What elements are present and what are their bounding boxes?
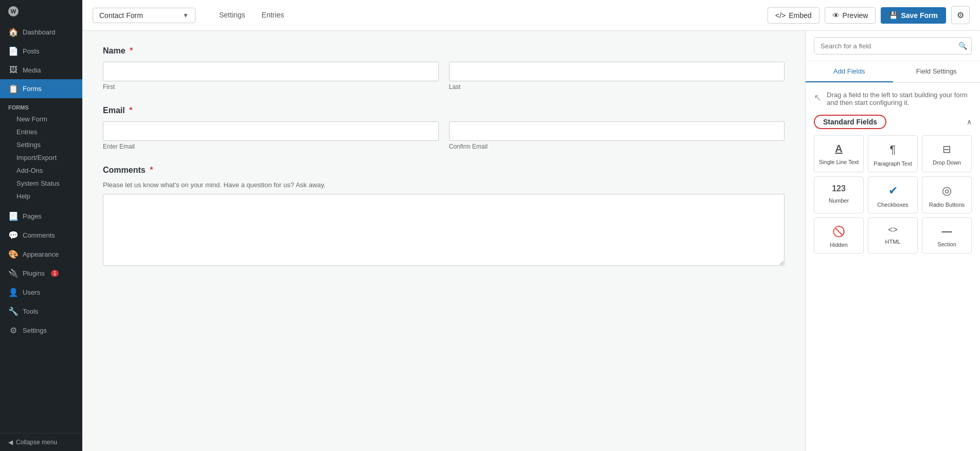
- plugins-badge: 1: [51, 270, 59, 277]
- users-icon: 👤: [8, 287, 19, 297]
- sidebar-item-dashboard[interactable]: 🏠 Dashboard: [0, 23, 82, 42]
- tab-settings[interactable]: Settings: [211, 7, 254, 24]
- sidebar-item-comments[interactable]: 💬 Comments: [0, 226, 82, 245]
- number-icon: 123: [832, 184, 846, 193]
- settings-icon: ⚙: [8, 326, 19, 335]
- posts-icon: 📄: [8, 46, 19, 56]
- drag-hint-text: Drag a field to the left to start buildi…: [827, 91, 972, 106]
- sidebar-item-label: Media: [23, 66, 41, 74]
- forms-section-label: Forms: [0, 98, 82, 113]
- topbar: Contact Form ▼ Settings Entries </> Embe…: [82, 0, 980, 31]
- single-line-text-label: Single Line Text: [819, 159, 859, 165]
- appearance-icon: 🎨: [8, 249, 19, 259]
- html-label: HTML: [885, 239, 901, 245]
- field-tile-radio-buttons[interactable]: ◎ Radio Buttons: [922, 176, 972, 213]
- section-label: Section: [937, 241, 956, 247]
- sidebar-item-posts[interactable]: 📄 Posts: [0, 42, 82, 61]
- field-tile-single-line-text[interactable]: A Single Line Text: [814, 135, 864, 172]
- gear-button[interactable]: ⚙: [951, 6, 970, 24]
- radio-buttons-icon: ◎: [942, 184, 952, 197]
- name-field-row: First Last: [103, 62, 785, 91]
- name-first-col: First: [103, 62, 439, 91]
- form-canvas: Name * First Last Email: [82, 31, 805, 451]
- tab-field-settings[interactable]: Field Settings: [893, 61, 981, 82]
- chevron-down-icon: ▼: [183, 12, 189, 19]
- sidebar-sub-add-ons[interactable]: Add-Ons: [0, 164, 82, 177]
- field-tile-paragraph-text[interactable]: ¶ Paragraph Text: [868, 135, 918, 172]
- tools-icon: 🔧: [8, 306, 19, 316]
- wp-logo-icon: W: [8, 6, 19, 16]
- comments-field-label: Comments *: [103, 166, 785, 175]
- field-tile-hidden[interactable]: 🚫 Hidden: [814, 218, 864, 254]
- form-selector-dropdown[interactable]: Contact Form ▼: [93, 8, 195, 23]
- name-last-col: Last: [449, 62, 785, 91]
- field-tile-drop-down[interactable]: ⊟ Drop Down: [922, 135, 972, 172]
- standard-fields-header: Standard Fields ∧: [814, 115, 972, 129]
- drop-down-label: Drop Down: [933, 159, 961, 166]
- sidebar-item-label: Dashboard: [23, 28, 56, 36]
- sidebar-item-pages[interactable]: 📃 Pages: [0, 207, 82, 226]
- name-required-indicator: *: [130, 46, 133, 55]
- drag-hint: ↖ Drag a field to the left to start buil…: [814, 91, 972, 106]
- name-first-input[interactable]: [103, 62, 439, 81]
- standard-fields-label: Standard Fields: [814, 115, 886, 129]
- comments-textarea[interactable]: [103, 194, 785, 266]
- wp-logo[interactable]: W: [0, 0, 82, 23]
- collapse-arrow-icon[interactable]: ∧: [967, 118, 972, 126]
- pages-icon: 📃: [8, 211, 19, 221]
- collapse-menu[interactable]: ◀ Collapse menu: [0, 433, 82, 451]
- sidebar-item-appearance[interactable]: 🎨 Appearance: [0, 245, 82, 264]
- email-confirm-input[interactable]: [449, 121, 785, 141]
- email-enter-input[interactable]: [103, 121, 439, 141]
- field-tile-number[interactable]: 123 Number: [814, 176, 864, 213]
- sidebar-item-settings-bottom[interactable]: ⚙ Settings: [0, 321, 82, 340]
- sidebar-item-tools[interactable]: 🔧 Tools: [0, 302, 82, 321]
- comments-description: Please let us know what's on your mind. …: [103, 181, 785, 189]
- sidebar-sub-import-export[interactable]: Import/Export: [0, 151, 82, 164]
- checkboxes-icon: ✔: [888, 184, 898, 197]
- sidebar-item-users[interactable]: 👤 Users: [0, 283, 82, 302]
- hidden-icon: 🚫: [832, 225, 845, 238]
- sidebar-item-plugins[interactable]: 🔌 Plugins 1: [0, 264, 82, 283]
- sidebar-sub-entries[interactable]: Entries: [0, 125, 82, 138]
- tab-add-fields[interactable]: Add Fields: [806, 61, 893, 82]
- comments-required-indicator: *: [150, 166, 153, 174]
- sidebar-sub-new-form[interactable]: New Form: [0, 113, 82, 125]
- search-icon: 🔍: [954, 38, 971, 54]
- sidebar-item-label: Pages: [23, 212, 42, 220]
- media-icon: 🖼: [8, 65, 19, 75]
- tab-entries[interactable]: Entries: [254, 7, 293, 24]
- email-field-group: Email * Enter Email Confirm Email: [103, 106, 785, 150]
- sidebar-sub-system-status[interactable]: System Status: [0, 177, 82, 190]
- name-field-label: Name *: [103, 46, 785, 56]
- forms-icon: 📋: [8, 84, 19, 94]
- sidebar-sub-help[interactable]: Help: [0, 190, 82, 203]
- preview-button[interactable]: 👁 Preview: [825, 7, 876, 24]
- search-field-input[interactable]: [814, 38, 954, 54]
- embed-button[interactable]: </> Embed: [768, 7, 819, 24]
- name-first-sublabel: First: [103, 83, 439, 91]
- fields-grid: A Single Line Text ¶ Paragraph Text ⊟ Dr…: [814, 135, 972, 254]
- search-field-bar: 🔍: [806, 31, 980, 61]
- sidebar-item-label: Posts: [23, 47, 40, 55]
- right-panel: 🔍 Add Fields Field Settings ↖ Drag a fie…: [805, 31, 980, 451]
- sidebar-item-media[interactable]: 🖼 Media: [0, 61, 82, 79]
- field-tile-checkboxes[interactable]: ✔ Checkboxes: [868, 176, 918, 213]
- sidebar-item-label: Appearance: [23, 250, 59, 258]
- html-icon: <>: [888, 225, 898, 234]
- name-last-input[interactable]: [449, 62, 785, 81]
- number-label: Number: [829, 197, 849, 204]
- topbar-actions: </> Embed 👁 Preview 💾 Save Form ⚙: [768, 6, 970, 24]
- comments-field-group: Comments * Please let us know what's on …: [103, 166, 785, 267]
- field-tile-html[interactable]: <> HTML: [868, 218, 918, 254]
- sidebar-sub-settings[interactable]: Settings: [0, 138, 82, 151]
- main-area: Contact Form ▼ Settings Entries </> Embe…: [82, 0, 980, 451]
- email-enter-col: Enter Email: [103, 121, 439, 150]
- name-field-group: Name * First Last: [103, 46, 785, 91]
- sidebar-item-label: Plugins: [23, 269, 45, 277]
- sidebar-item-label: Forms: [23, 85, 42, 93]
- save-form-button[interactable]: 💾 Save Form: [881, 7, 946, 24]
- section-icon: —: [942, 225, 952, 237]
- sidebar-item-forms[interactable]: 📋 Forms: [0, 79, 82, 98]
- field-tile-section[interactable]: — Section: [922, 218, 972, 254]
